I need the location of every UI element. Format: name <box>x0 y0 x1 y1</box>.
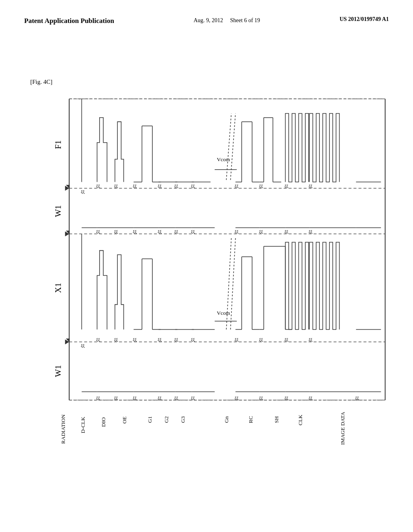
rc-label: RC <box>248 416 254 423</box>
svg-text:ξξ: ξξ <box>235 183 239 189</box>
svg-text:ξξ: ξξ <box>309 183 313 189</box>
svg-text:ξξ: ξξ <box>114 395 118 401</box>
svg-text:ξξ: ξξ <box>158 337 162 342</box>
figure-label: [Fig. 4C] <box>30 79 52 85</box>
patent-number: US 2012/0199749 A1 <box>340 16 389 23</box>
svg-text:ξξ: ξξ <box>235 395 239 401</box>
imagedata-label: IMAGE DATA <box>340 412 346 445</box>
svg-text:ξξ: ξξ <box>355 395 359 401</box>
svg-text:ξξ: ξξ <box>96 337 100 342</box>
sheet-info: Sheet 6 of 19 <box>230 17 260 23</box>
f1-label: F1 <box>54 140 63 149</box>
clk-label: CLK <box>297 414 303 425</box>
svg-text:ξξ: ξξ <box>81 343 85 348</box>
svg-text:ξξ: ξξ <box>259 183 263 189</box>
svg-text:ξξ: ξξ <box>133 337 137 342</box>
svg-text:ξξ: ξξ <box>114 183 118 189</box>
svg-text:ξξ: ξξ <box>309 395 313 401</box>
timing-diagram: F1 W1 X1 W1 <box>30 93 391 500</box>
svg-text:ξξ: ξξ <box>309 229 313 234</box>
svg-text:ξξ: ξξ <box>158 183 162 189</box>
svg-text:ξξ: ξξ <box>96 395 100 401</box>
svg-text:ξξ: ξξ <box>191 337 195 342</box>
svg-text:ξξ: ξξ <box>259 395 263 401</box>
header-center: Aug. 9, 2012 Sheet 6 of 19 <box>194 16 260 25</box>
g2-label: G2 <box>163 416 169 423</box>
publication-title: Patent Application Publication <box>24 16 114 26</box>
g1-label: G1 <box>147 416 153 423</box>
gn-label: Gn <box>223 416 229 423</box>
svg-text:ξξ: ξξ <box>191 229 195 234</box>
svg-text:ξξ: ξξ <box>158 395 162 401</box>
svg-text:ξξ: ξξ <box>235 229 239 234</box>
svg-text:ξξ: ξξ <box>235 337 239 342</box>
w1-top-label: W1 <box>54 205 63 217</box>
publication-date: Aug. 9, 2012 <box>194 17 223 23</box>
svg-text:ξξ: ξξ <box>284 229 288 234</box>
svg-text:ξξ: ξξ <box>174 337 178 342</box>
svg-text:ξξ: ξξ <box>174 229 178 234</box>
svg-text:ξξ: ξξ <box>191 395 195 401</box>
svg-text:ξξ: ξξ <box>133 229 137 234</box>
svg-text:ξξ: ξξ <box>158 229 162 234</box>
svg-text:ξξ: ξξ <box>96 229 100 234</box>
svg-text:ξξ: ξξ <box>191 183 195 189</box>
svg-text:ξξ: ξξ <box>114 337 118 342</box>
w1-bottom-label: W1 <box>54 365 63 377</box>
oe-label: OE <box>121 416 127 424</box>
dclk-label: D-CLK <box>80 417 86 433</box>
svg-rect-36 <box>70 99 385 399</box>
timing-diagram-svg: F1 W1 X1 W1 <box>30 93 391 500</box>
svg-text:ξξ: ξξ <box>81 189 85 194</box>
svg-text:ξξ: ξξ <box>284 395 288 401</box>
svg-text:ξξ: ξξ <box>259 337 263 342</box>
dio-label: DIO <box>100 417 106 427</box>
svg-text:ξξ: ξξ <box>96 183 100 189</box>
svg-text:ξξ: ξξ <box>174 395 178 401</box>
svg-text:ξξ: ξξ <box>259 229 263 234</box>
x1-label: X1 <box>54 283 63 293</box>
svg-text:ξξ: ξξ <box>309 337 313 342</box>
svg-text:ξξ: ξξ <box>114 229 118 234</box>
svg-text:ξξ: ξξ <box>284 183 288 189</box>
svg-text:ξξ: ξξ <box>284 337 288 342</box>
radiation-label: RADIATION <box>60 414 66 444</box>
g3-label: G3 <box>180 416 186 423</box>
page-header: Patent Application Publication Aug. 9, 2… <box>0 0 413 34</box>
sh-label: SH <box>273 416 280 423</box>
svg-text:ξξ: ξξ <box>133 395 137 401</box>
vcom-label-x1: Vcom <box>217 310 230 316</box>
svg-text:ξξ: ξξ <box>174 183 178 189</box>
svg-text:ξξ: ξξ <box>133 183 137 189</box>
